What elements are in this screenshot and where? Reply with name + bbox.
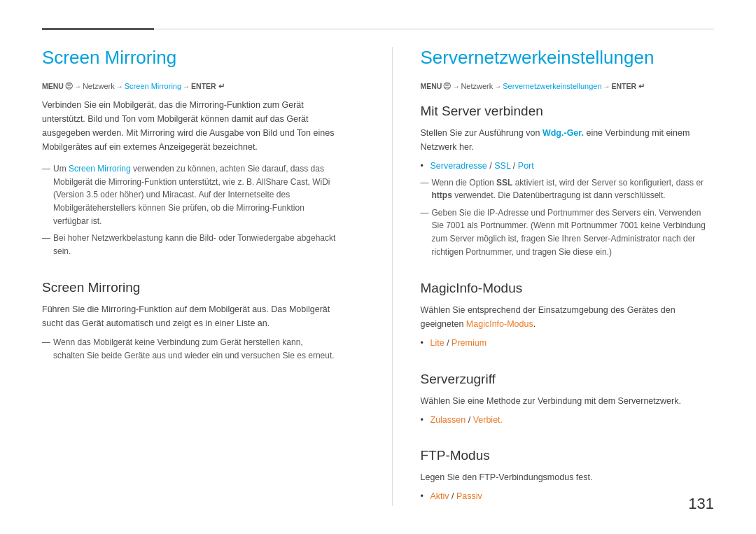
right-menu-icon: ㊂ [443,81,451,91]
ftp-title: FTP-Modus [421,448,715,463]
top-rule-thin [154,29,714,29]
serverzugriff-bullet: Zulassen / Verbiet. [421,414,715,427]
zulassen-link: Zulassen [430,415,466,425]
lite-link: Lite [430,338,444,348]
arrow1: → [74,83,81,90]
magicinfo-bullet: Lite / Premium [421,337,715,350]
left-note1: Um Screen Mirroring verwenden zu können,… [42,162,336,227]
menu-screen-mirroring: Screen Mirroring [125,82,181,90]
ftp-body: Legen Sie den FTP-Verbindungsmodus fest. [421,470,715,484]
enter-label: ENTER ↵ [191,82,225,90]
left-sub-note: Wenn das Mobilgerät keine Verbindung zum… [42,336,336,362]
right-arrow2: → [494,83,501,90]
verbiet-link: Verbiet. [473,415,503,425]
left-column: Screen Mirroring MENU ㊂ → Netzwerk → Scr… [42,47,350,506]
magicinfo-body: Wählen Sie entsprechend der Einsatzumgeb… [421,303,715,331]
wdg-ger-link: Wdg.-Ger. [542,128,584,138]
menu-icon: ㊂ [65,81,73,91]
arrow2: → [116,83,123,90]
right-menu-server: Servernetzwerkeinstellungen [503,82,601,90]
menu-netzwerk: Netzwerk [83,82,115,90]
ssl-bold: SSL [496,178,512,188]
right-enter-label: ENTER ↵ [612,82,645,90]
passiv-link: Passiv [456,491,482,501]
left-sub-title: Screen Mirroring [42,280,336,295]
ssl-link: SSL [494,161,510,171]
mit-server-body: Stellen Sie zur Ausführung von Wdg.-Ger.… [421,126,715,154]
premium-link: Premium [451,338,486,348]
magicinfo-title: MagicInfo-Modus [421,281,715,296]
left-menu-path: MENU ㊂ → Netzwerk → Screen Mirroring → E… [42,81,336,91]
right-arrow3: → [603,83,610,90]
mit-server-note2: Geben Sie die IP-Adresse und Portnummer … [421,206,715,258]
top-rule-thick [42,28,154,30]
right-arrow1: → [452,83,459,90]
https-bold: https [432,190,452,200]
right-column: Servernetzwerkeinstellungen MENU ㊂ → Net… [392,47,715,506]
left-note2: Bei hoher Netzwerkbelastung kann die Bil… [42,232,336,258]
mit-server-note1: Wenn die Option SSL aktiviert ist, wird … [421,176,715,202]
menu-label: MENU [42,82,64,90]
left-sub-body: Führen Sie die Mirroring-Funktion auf de… [42,302,336,330]
mit-server-bullet: Serveradresse / SSL / Port [421,160,715,173]
arrow3: → [183,83,190,90]
magicinfo-link: MagicInfo-Modus [466,319,533,329]
right-menu-path: MENU ㊂ → Netzwerk → Servernetzwerkeinste… [421,81,715,91]
right-main-title: Servernetzwerkeinstellungen [421,47,715,69]
port-link: Port [518,161,534,171]
serveradresse-link: Serveradresse [430,161,487,171]
ftp-bullet: Aktiv / Passiv [421,490,715,503]
left-intro-text: Verbinden Sie ein Mobilgerät, das die Mi… [42,98,336,154]
page-container: Screen Mirroring MENU ㊂ → Netzwerk → Scr… [0,0,756,534]
right-menu-label: MENU [421,82,442,90]
aktiv-link: Aktiv [430,491,449,501]
mit-server-title: Mit Server verbinden [421,104,715,119]
serverzugriff-title: Serverzugriff [421,372,715,387]
left-main-title: Screen Mirroring [42,47,336,69]
top-rule [42,28,714,30]
serverzugriff-body: Wählen Sie eine Methode zur Verbindung m… [421,394,715,408]
screen-mirroring-link1: Screen Mirroring [69,164,131,174]
right-menu-netzwerk: Netzwerk [461,82,493,90]
page-number: 131 [688,495,714,513]
columns: Screen Mirroring MENU ㊂ → Netzwerk → Scr… [42,47,714,506]
